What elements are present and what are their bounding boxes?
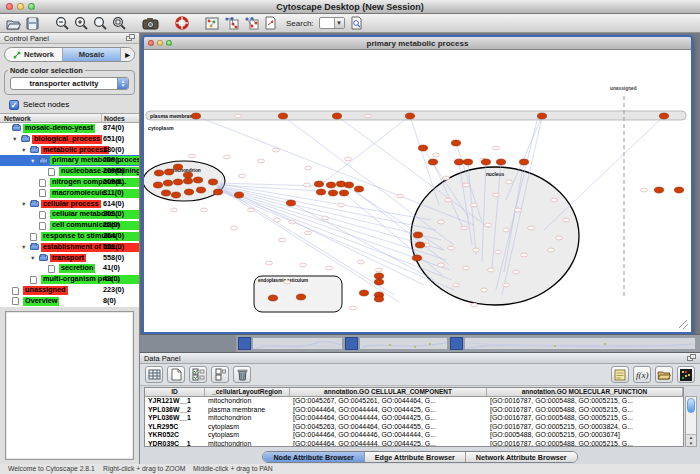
network-node[interactable] — [454, 159, 463, 165]
network-node[interactable] — [339, 190, 348, 196]
network-node[interactable] — [153, 182, 162, 188]
network-node[interactable] — [537, 113, 546, 119]
birdseye-view-icon[interactable] — [205, 15, 219, 31]
network-node[interactable] — [428, 159, 437, 165]
delete-attribute-trash-icon[interactable] — [233, 366, 251, 383]
network-node-outline[interactable] — [438, 263, 445, 267]
save-session-icon[interactable] — [26, 15, 39, 31]
network-node-outline[interactable] — [563, 218, 570, 222]
network-node-outline[interactable] — [235, 114, 242, 118]
network-node-outline[interactable] — [495, 250, 502, 254]
tree-item-label[interactable]: transport — [50, 254, 86, 263]
expander-icon[interactable]: ▼ — [21, 201, 26, 207]
expander-icon[interactable]: ▼ — [30, 255, 35, 261]
network-node-outline[interactable] — [445, 198, 452, 202]
column-header[interactable]: annotation.GO CELLULAR_COMPONENT — [290, 388, 487, 396]
network-node-outline[interactable] — [556, 236, 563, 240]
tree-item[interactable]: ▼metabolic process280(0) — [0, 145, 139, 156]
network-node[interactable] — [171, 192, 180, 198]
network-node[interactable] — [278, 113, 287, 119]
tree-item[interactable]: multi-organism proc...42(0) — [0, 274, 139, 285]
network-node[interactable] — [161, 190, 170, 196]
close-icon[interactable] — [6, 3, 13, 10]
select-nodes-checkbox[interactable]: ✓ — [9, 100, 19, 110]
network-canvas[interactable]: plasma membranecytoplasmmitochondrionnuc… — [144, 50, 691, 332]
network-node[interactable] — [154, 170, 163, 176]
network-node[interactable] — [674, 187, 683, 193]
network-node[interactable] — [173, 179, 182, 185]
network-node-outline[interactable] — [521, 253, 528, 257]
tree-item[interactable]: macromolecule...311(0) — [0, 188, 139, 199]
network-node-outline[interactable] — [171, 208, 178, 212]
annotation-document-icon[interactable] — [264, 15, 277, 31]
tree-item-label[interactable]: response to stimulus — [41, 232, 139, 241]
tab-node-attribute-browser[interactable]: Node Attribute Browser — [263, 452, 364, 462]
tree-item[interactable]: cell communication22(0) — [0, 220, 139, 231]
select-attributes-icon[interactable] — [189, 366, 207, 383]
network-node-outline[interactable] — [453, 283, 460, 287]
network-node[interactable] — [328, 190, 337, 196]
layout-network-b-icon[interactable] — [244, 15, 259, 31]
combo-stepper-icon[interactable]: ▲▼ — [117, 78, 128, 89]
network-edge[interactable] — [324, 116, 410, 182]
network-node-outline[interactable] — [231, 226, 238, 230]
tree-item[interactable]: mosaic-demo-yeast874(0) — [0, 123, 139, 134]
network-node[interactable] — [164, 169, 173, 175]
tab-overflow-arrow-icon[interactable]: ▶ — [121, 48, 134, 61]
tab-network[interactable]: Network — [5, 48, 63, 61]
tree-item-label[interactable]: macromolecule... — [50, 189, 139, 198]
network-node-outline[interactable] — [248, 208, 255, 212]
tree-item-label[interactable]: primary metabolic process — [50, 156, 139, 165]
attribute-table-header[interactable]: ID_cellularLayoutRegionannotation.GO CEL… — [145, 388, 683, 397]
minimize-icon[interactable] — [157, 40, 163, 46]
search-options-icon[interactable] — [350, 15, 363, 31]
tree-item[interactable]: ▼cellular process614(0) — [0, 199, 139, 210]
network-node-outline[interactable] — [506, 180, 513, 184]
network-node[interactable] — [332, 113, 341, 119]
network-node-outline[interactable] — [433, 153, 440, 157]
network-node[interactable] — [326, 182, 335, 188]
search-dropdown-icon[interactable]: ▼ — [334, 18, 344, 28]
network-node-outline[interactable] — [201, 208, 208, 212]
tree-item-label[interactable]: mosaic-demo-yeast — [23, 124, 95, 133]
network-node-outline[interactable] — [463, 266, 470, 270]
network-node[interactable] — [496, 159, 505, 165]
network-node-outline[interactable] — [365, 114, 372, 118]
network-node-outline[interactable] — [503, 283, 510, 287]
network-node-outline[interactable] — [473, 248, 480, 252]
tree-item-label[interactable]: metabolic process — [41, 146, 109, 155]
scrollbar-thumb[interactable] — [687, 398, 695, 413]
network-node[interactable] — [451, 140, 460, 146]
tree-item-label[interactable]: Overview — [23, 297, 59, 306]
network-node[interactable] — [413, 232, 422, 238]
network-edge[interactable] — [283, 116, 454, 245]
network-node-outline[interactable] — [304, 183, 311, 187]
network-node[interactable] — [196, 187, 205, 193]
tree-item[interactable]: cellular metabolic...209(0) — [0, 209, 139, 220]
network-node[interactable] — [213, 189, 222, 195]
tree-item-label[interactable]: nitrogen compound... — [50, 178, 139, 187]
network-node[interactable] — [314, 181, 323, 187]
table-row[interactable]: YDR039C__1mitochondrion[GO:0044464, GO:0… — [145, 440, 683, 447]
expander-icon[interactable]: ▼ — [21, 147, 26, 153]
network-edge[interactable] — [544, 116, 664, 230]
network-node-outline[interactable] — [358, 260, 365, 264]
network-edge[interactable] — [218, 187, 444, 250]
network-node[interactable] — [184, 189, 193, 195]
network-node[interactable] — [208, 179, 217, 185]
network-node-outline[interactable] — [641, 188, 648, 192]
network-node-outline[interactable] — [548, 248, 555, 252]
network-node-outline[interactable] — [528, 226, 535, 230]
network-node-outline[interactable] — [481, 288, 488, 292]
network-node[interactable] — [296, 294, 305, 300]
network-node-outline[interactable] — [258, 159, 265, 163]
network-window-titlebar[interactable]: primary metabolic process — [144, 37, 691, 50]
create-attribute-icon[interactable] — [167, 366, 185, 383]
network-node[interactable] — [405, 113, 414, 119]
zoom-out-icon[interactable] — [55, 15, 69, 31]
network-node-outline[interactable] — [461, 226, 468, 230]
network-node[interactable] — [374, 279, 383, 285]
network-node-outline[interactable] — [443, 176, 450, 180]
tree-item[interactable]: response to stimulus264(0) — [0, 231, 139, 242]
background-window[interactable] — [252, 337, 343, 350]
